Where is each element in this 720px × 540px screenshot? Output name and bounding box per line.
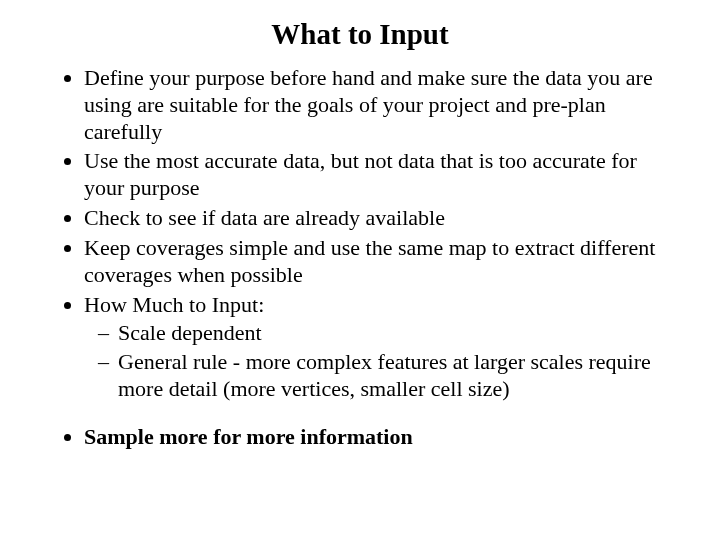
sub-bullet-list: Scale dependent General rule - more comp… (84, 320, 670, 402)
list-item: Keep coverages simple and use the same m… (84, 235, 670, 289)
slide-title: What to Input (50, 18, 670, 51)
bullet-list-bold: Sample more for more information (50, 424, 670, 451)
spacer (50, 406, 670, 424)
bullet-list: Define your purpose before hand and make… (50, 65, 670, 403)
sub-list-item: Scale dependent (118, 320, 670, 347)
list-item-label: How Much to Input: (84, 292, 264, 317)
slide-container: What to Input Define your purpose before… (0, 0, 720, 540)
list-item: Define your purpose before hand and make… (84, 65, 670, 145)
sub-list-item: General rule - more complex features at … (118, 349, 670, 403)
list-item: Check to see if data are already availab… (84, 205, 670, 232)
list-item: Use the most accurate data, but not data… (84, 148, 670, 202)
list-item-bold: Sample more for more information (84, 424, 670, 451)
list-item: How Much to Input: Scale dependent Gener… (84, 292, 670, 403)
